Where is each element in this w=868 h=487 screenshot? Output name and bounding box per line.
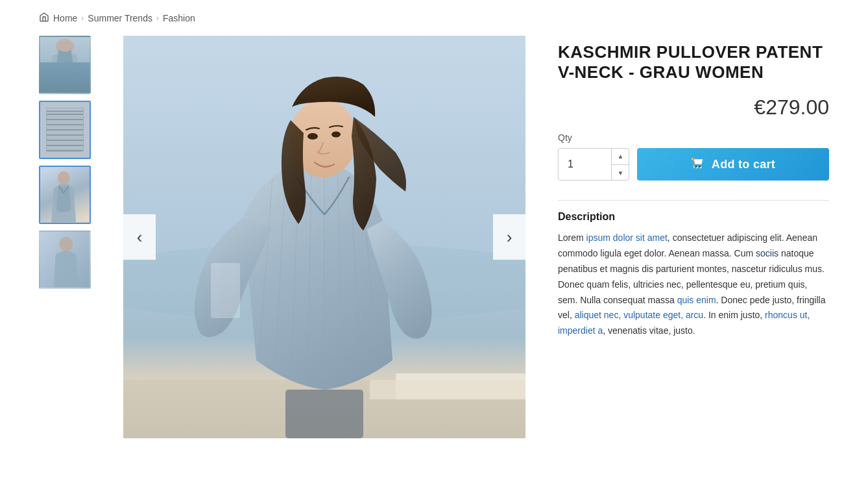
desc-text-normal-5: . In enim justo,: [703, 310, 765, 320]
qty-input-wrapper: ▲ ▼: [558, 148, 629, 181]
desc-text-normal-6: , venenatis vitae, justo.: [603, 325, 695, 336]
breadcrumb-home[interactable]: Home: [53, 13, 77, 23]
svg-point-16: [59, 237, 73, 252]
svg-point-1: [56, 39, 75, 54]
description-divider: [558, 200, 829, 201]
svg-point-42: [695, 166, 697, 168]
breadcrumb-summer-trends[interactable]: Summer Trends: [88, 13, 152, 23]
main-image: ‹ ›: [123, 36, 525, 438]
qty-cart-row: ▲ ▼: [558, 148, 829, 181]
next-arrow-icon: ›: [507, 227, 512, 247]
prev-arrow-button[interactable]: ‹: [123, 214, 156, 260]
svg-point-33: [332, 132, 341, 138]
svg-point-32: [307, 133, 318, 140]
breadcrumb-separator-1: ›: [81, 14, 84, 23]
product-price: €279.00: [558, 95, 829, 119]
description-heading: Description: [558, 211, 829, 223]
qty-label: Qty: [558, 132, 829, 143]
add-to-cart-label: Add to cart: [712, 158, 775, 171]
next-arrow-button[interactable]: ›: [493, 214, 525, 260]
thumbnail-list: [39, 36, 91, 289]
desc-text-normal-1: Lorem: [558, 232, 586, 243]
svg-rect-12: [47, 108, 84, 152]
home-icon: [39, 12, 49, 24]
svg-point-14: [58, 171, 70, 185]
prev-arrow-icon: ‹: [137, 227, 143, 247]
description-text: Lorem ipsum dolor sit amet, consectetuer…: [558, 231, 829, 339]
add-to-cart-button[interactable]: Add to cart: [637, 148, 829, 181]
breadcrumb-current: Fashion: [163, 13, 195, 23]
svg-rect-21: [370, 380, 525, 399]
desc-text-link-3[interactable]: quis enim: [677, 295, 716, 305]
product-title: KASCHMIR PULLOVER PATENT V-NECK - GRAU W…: [558, 42, 829, 82]
thumbnail-4[interactable]: [39, 231, 91, 289]
svg-rect-41: [693, 157, 695, 166]
qty-spinners: ▲ ▼: [611, 148, 629, 181]
qty-spinner-up[interactable]: ▲: [612, 148, 629, 165]
svg-rect-2: [40, 102, 90, 158]
svg-point-43: [699, 166, 701, 168]
cart-icon: [691, 156, 705, 173]
qty-spinner-down[interactable]: ▼: [612, 165, 629, 181]
thumbnail-2[interactable]: [39, 101, 91, 159]
desc-text-link-1[interactable]: ipsum dolor sit amet: [586, 232, 668, 243]
thumbnail-3[interactable]: [39, 166, 91, 224]
desc-text-link-2[interactable]: sociis: [756, 248, 778, 258]
svg-rect-34: [285, 390, 363, 438]
breadcrumb-separator-2: ›: [156, 14, 159, 23]
desc-text-link-4[interactable]: aliquet nec, vulputate eget, arcu: [575, 310, 703, 320]
svg-rect-35: [211, 263, 240, 318]
main-container: ‹ › KASCHMIR PULLOVER PATENT V-NECK - GR…: [0, 36, 868, 464]
breadcrumb: Home › Summer Trends › Fashion: [0, 0, 868, 36]
thumbnail-1[interactable]: [39, 36, 91, 94]
product-info-panel: KASCHMIR PULLOVER PATENT V-NECK - GRAU W…: [558, 36, 829, 339]
